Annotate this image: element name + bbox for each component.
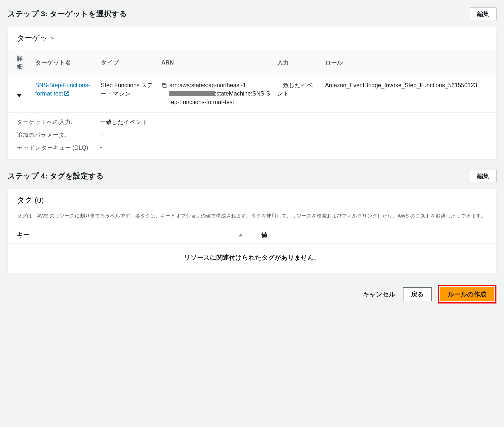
kv-extra-params-label: 追加のパラメータ:: [17, 131, 100, 139]
th-name[interactable]: ターゲット名: [32, 50, 97, 75]
step3-title: ステップ 3: ターゲットを選択する: [8, 9, 127, 19]
targets-panel: ターゲット 詳細 ターゲット名 タイプ ARN 入力 ロール SNS-Step-…: [8, 26, 496, 160]
tags-empty-message: リソースに関連付けられたタグがありません。: [8, 244, 496, 273]
kv-dlq-value: -: [100, 144, 102, 152]
target-type: Step Functions ステートマシン: [97, 75, 158, 113]
targets-table: 詳細 ターゲット名 タイプ ARN 入力 ロール SNS-Step-Functi…: [8, 50, 496, 113]
tags-table-header: キー 値: [8, 226, 496, 244]
tags-panel-desc: タグは、AWS のリソースに割り当てるラベルです。各タグは、キーとオプションの値…: [8, 212, 496, 226]
th-role[interactable]: ロール: [322, 50, 496, 75]
th-tag-value-label: 値: [261, 231, 267, 239]
sort-asc-icon: [238, 233, 243, 236]
redacted-account: [169, 91, 215, 96]
svg-rect-0: [163, 84, 166, 87]
expand-row-icon[interactable]: [17, 94, 21, 97]
targets-panel-title: ターゲット: [8, 26, 496, 50]
th-input[interactable]: 入力: [274, 50, 322, 75]
th-tag-key[interactable]: キー: [8, 226, 252, 243]
step4-title: ステップ 4: タグを設定する: [8, 171, 104, 181]
th-arn[interactable]: ARN: [158, 50, 274, 75]
copy-arn-icon[interactable]: [161, 82, 167, 88]
edit-step3-button[interactable]: 編集: [470, 8, 496, 20]
kv-extra-params-value: --: [100, 131, 104, 139]
edit-step4-button[interactable]: 編集: [470, 170, 496, 182]
target-arn: arn:aws:states:ap-northeast-1::stateMach…: [169, 81, 270, 106]
kv-dlq-label: デッドレターキュー (DLQ):: [17, 144, 100, 152]
tags-panel: タグ (0) タグは、AWS のリソースに割り当てるラベルです。各タグは、キーと…: [8, 188, 496, 273]
create-button-highlight: ルールの作成: [438, 285, 496, 303]
table-row: SNS-Step-Functions-format-test Step Func…: [8, 75, 496, 113]
th-details[interactable]: 詳細: [8, 50, 32, 75]
wizard-footer: キャンセル 戻る ルールの作成: [8, 283, 496, 304]
target-role: Amazon_EventBridge_Invoke_Step_Functions…: [322, 75, 496, 113]
kv-target-input-label: ターゲットへの入力:: [17, 118, 100, 126]
th-tag-value[interactable]: 値: [252, 226, 496, 243]
kv-target-input-value: 一致したイベント: [100, 118, 148, 126]
create-rule-button[interactable]: ルールの作成: [440, 287, 494, 301]
back-button[interactable]: 戻る: [403, 287, 432, 301]
target-input: 一致したイベント: [274, 75, 322, 113]
cancel-button[interactable]: キャンセル: [361, 290, 397, 299]
external-link-icon: [64, 90, 69, 95]
target-name-text: SNS-Step-Functions-format-test: [35, 82, 90, 97]
tags-panel-title: タグ (0): [8, 189, 496, 212]
target-name-link[interactable]: SNS-Step-Functions-format-test: [35, 82, 90, 97]
th-tag-key-label: キー: [17, 231, 29, 239]
th-type[interactable]: タイプ: [97, 50, 158, 75]
